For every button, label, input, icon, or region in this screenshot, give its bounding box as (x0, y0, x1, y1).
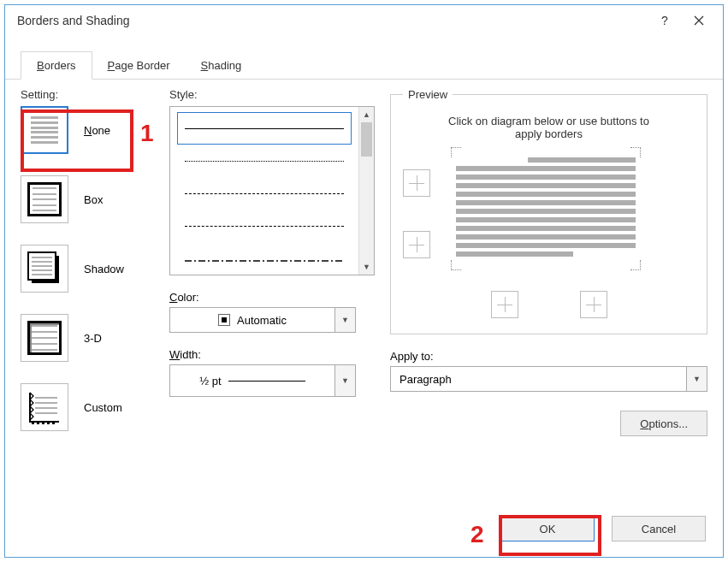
apply-to-label: Apply to: (390, 350, 707, 363)
grid-icon (586, 297, 601, 312)
setting-box-label: Box (84, 193, 103, 206)
setting-shadow-icon (21, 245, 68, 293)
width-label: Width: (169, 348, 375, 361)
border-lr-buttons (403, 291, 695, 318)
color-value: Automatic (170, 314, 334, 327)
tab-shading[interactable]: Shading (186, 52, 257, 79)
setting-3d[interactable]: 3-D (21, 314, 166, 362)
tabs: Borders Page Border Shading (5, 51, 723, 80)
apply-to-button[interactable]: ▼ (686, 367, 707, 391)
setting-box-icon (21, 175, 68, 223)
options-button[interactable]: Options... (620, 411, 707, 436)
style-column: Style: ▲ ▼ Color: (169, 88, 375, 436)
options-row: Options... (390, 411, 707, 436)
preview-text: Click on diagram below or use buttons to… (438, 115, 660, 140)
style-dash-dot[interactable] (177, 242, 352, 275)
ok-button[interactable]: OK (500, 516, 595, 541)
color-label: Color: (169, 291, 375, 304)
setting-custom[interactable]: Custom (21, 383, 166, 431)
content: Setting: None Box (5, 80, 723, 436)
titlebar: Borders and Shading ? (5, 5, 723, 36)
style-scrollbar[interactable]: ▲ ▼ (358, 107, 374, 275)
style-dotted[interactable] (177, 145, 352, 177)
setting-none-label: None (84, 124, 110, 137)
svg-rect-9 (42, 422, 44, 424)
border-right-button[interactable] (580, 291, 607, 318)
width-dropdown-button[interactable]: ▼ (334, 365, 355, 396)
cancel-button[interactable]: Cancel (612, 516, 706, 541)
paragraph-lines-icon (456, 152, 636, 265)
style-label: Style: (169, 88, 375, 101)
color-dropdown-button[interactable]: ▼ (334, 308, 355, 332)
style-dashed[interactable] (177, 210, 352, 242)
apply-to-dropdown[interactable]: Paragraph ▼ (390, 366, 707, 392)
close-button[interactable] (682, 9, 716, 33)
border-top-button[interactable] (403, 169, 430, 197)
setting-custom-label: Custom (84, 401, 122, 414)
help-button[interactable]: ? (648, 9, 682, 33)
svg-rect-8 (37, 422, 39, 424)
setting-3d-icon (21, 314, 68, 362)
setting-shadow-label: Shadow (84, 263, 124, 275)
border-side-buttons (403, 169, 430, 265)
grid-icon (409, 237, 424, 252)
apply-to-value: Paragraph (391, 373, 686, 386)
annotation-marker-2: 2 (471, 521, 484, 548)
setting-box[interactable]: Box (21, 175, 166, 223)
width-dropdown[interactable]: ½ pt ▼ (169, 364, 356, 397)
color-dropdown[interactable]: Automatic ▼ (169, 307, 356, 333)
scroll-down-icon[interactable]: ▼ (359, 259, 374, 275)
annotation-marker-1: 1 (140, 120, 154, 147)
setting-3d-label: 3-D (84, 332, 102, 345)
width-sample-icon (228, 381, 305, 382)
grid-icon (409, 175, 424, 191)
style-listbox[interactable]: ▲ ▼ (169, 106, 375, 275)
close-icon (694, 15, 704, 26)
scroll-track[interactable] (359, 157, 374, 259)
style-items (170, 107, 358, 275)
style-dashed-small[interactable] (177, 177, 352, 210)
preview-area (403, 152, 695, 265)
width-value: ½ pt (170, 375, 334, 387)
scroll-up-icon[interactable]: ▲ (359, 107, 374, 122)
color-swatch-icon (218, 314, 230, 326)
border-bottom-button[interactable] (403, 231, 430, 258)
scroll-thumb[interactable] (361, 122, 372, 157)
dialog-title: Borders and Shading (17, 14, 648, 27)
grid-icon (497, 297, 512, 312)
dialog-window: Borders and Shading ? Borders Page Borde… (4, 4, 724, 558)
svg-rect-7 (32, 422, 34, 424)
tab-borders[interactable]: Borders (21, 51, 92, 80)
border-left-button[interactable] (491, 291, 518, 318)
style-solid[interactable] (177, 112, 352, 145)
setting-none-icon (21, 106, 68, 154)
setting-label: Setting: (21, 88, 166, 101)
tab-page-border[interactable]: Page Border (92, 52, 186, 79)
svg-rect-11 (52, 422, 55, 424)
setting-shadow[interactable]: Shadow (21, 245, 166, 293)
preview-column: Preview Click on diagram below or use bu… (390, 88, 707, 436)
preview-legend: Preview (403, 88, 453, 101)
dialog-footer: OK Cancel (500, 516, 706, 541)
setting-custom-icon (21, 383, 68, 431)
svg-rect-10 (47, 422, 50, 424)
preview-diagram[interactable] (456, 152, 636, 265)
preview-group: Preview Click on diagram below or use bu… (390, 88, 707, 334)
